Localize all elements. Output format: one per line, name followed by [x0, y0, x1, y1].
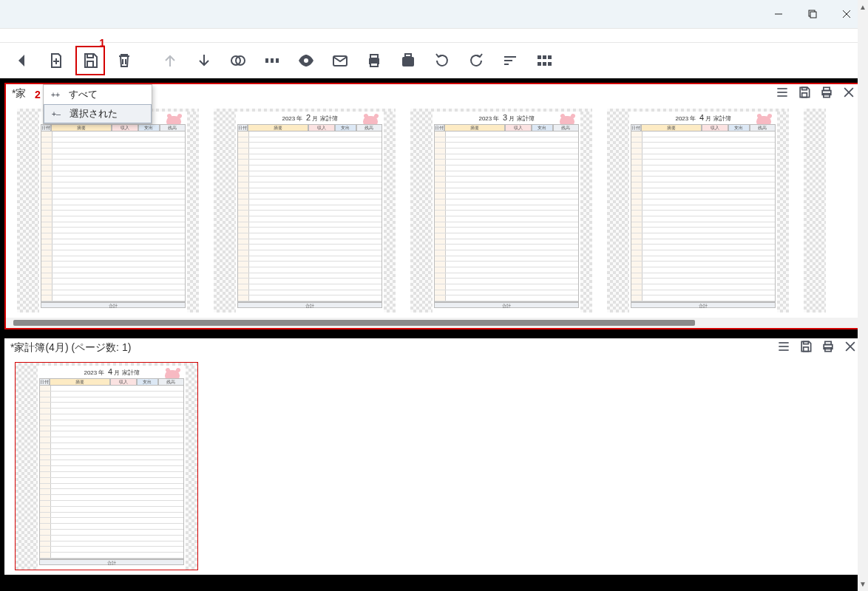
- print-button[interactable]: [359, 46, 389, 75]
- fax-button[interactable]: [393, 46, 423, 75]
- svg-rect-53: [804, 341, 809, 344]
- svg-rect-38: [543, 62, 546, 66]
- document-group-2: *家計簿(4月) (ページ数: 1) 2023 年 4 月 家計簿 日付摘要収入…: [4, 338, 864, 575]
- group-save-button[interactable]: [799, 339, 813, 357]
- group-print-button[interactable]: [821, 339, 835, 357]
- rotate-right-button[interactable]: [461, 46, 491, 75]
- svg-rect-37: [538, 62, 541, 66]
- grid-view-button[interactable]: [529, 46, 559, 75]
- svg-rect-8: [87, 61, 93, 67]
- thumbnail-row: 2023 年 1 月 家計簿 日付摘要収入支出残高 合計 2023 年 2 月 …: [6, 103, 862, 318]
- svg-rect-47: [824, 94, 830, 98]
- page-title: 2023 年 2 月 家計簿: [237, 113, 382, 123]
- document-group-1: ++ すべて 2 +– 選択された *家 ________________ 数:…: [4, 83, 864, 329]
- svg-point-29: [407, 63, 409, 64]
- annotation-1: 1: [99, 37, 105, 49]
- group-actions: [776, 339, 858, 357]
- page-thumbnail[interactable]: 2023 年 4 月 家計簿 日付摘要収入支出残高 合計: [15, 362, 198, 570]
- svg-rect-34: [538, 55, 541, 59]
- menu-bar: [0, 28, 868, 43]
- svg-rect-21: [370, 55, 378, 58]
- mail-button[interactable]: [325, 46, 355, 75]
- group-header: *家計簿(4月) (ページ数: 1): [4, 338, 864, 358]
- content-area: ++ すべて 2 +– 選択された *家 ________________ 数:…: [0, 78, 868, 591]
- svg-point-18: [304, 58, 308, 63]
- svg-rect-2: [810, 12, 816, 18]
- group-close-button[interactable]: [843, 339, 858, 357]
- crop-button[interactable]: [257, 46, 287, 75]
- scroll-down-arrow[interactable]: ▼: [859, 580, 867, 588]
- group-print-button[interactable]: [819, 85, 834, 103]
- preview-button[interactable]: [291, 46, 321, 75]
- group-title: *家計簿(4月) (ページ数: 1): [10, 341, 131, 355]
- group-close-button[interactable]: [841, 85, 856, 103]
- svg-rect-43: [802, 87, 807, 89]
- annotation-2: 2: [35, 89, 41, 100]
- window-minimize-button[interactable]: [762, 3, 796, 25]
- svg-rect-22: [370, 63, 378, 66]
- save-all-icon: ++: [48, 91, 63, 99]
- svg-rect-39: [548, 62, 552, 66]
- svg-rect-7: [87, 54, 93, 58]
- group-menu-button[interactable]: [775, 85, 790, 103]
- window-titlebar: [0, 0, 868, 28]
- page-title: 2023 年 4 月 家計簿: [631, 113, 776, 123]
- dropdown-item-selected[interactable]: 2 +– 選択された: [44, 104, 152, 123]
- window-maximize-button[interactable]: [796, 3, 830, 25]
- page-thumbnail[interactable]: 2023 年 1 月 家計簿 日付摘要収入支出残高 合計: [16, 108, 200, 313]
- vertical-scrollbar[interactable]: ▲ ▼: [858, 78, 868, 591]
- save-dropdown-menu: ++ すべて 2 +– 選択された: [43, 84, 152, 124]
- rotate-left-button[interactable]: [427, 46, 457, 75]
- group-actions: [775, 85, 856, 103]
- svg-rect-16: [271, 58, 274, 63]
- dropdown-item-label: 選択された: [69, 107, 118, 120]
- save-selected-icon: +–: [49, 110, 64, 118]
- back-button[interactable]: [7, 46, 37, 75]
- svg-rect-44: [802, 93, 807, 98]
- svg-point-30: [410, 63, 412, 64]
- new-page-button[interactable]: [41, 46, 71, 75]
- dropdown-item-label: すべて: [69, 88, 98, 101]
- svg-point-26: [407, 60, 409, 61]
- svg-rect-24: [405, 54, 411, 57]
- group-menu-button[interactable]: [776, 339, 791, 357]
- delete-button[interactable]: [109, 46, 139, 75]
- page-thumbnail[interactable]: 2023 年 2 月 家計簿 日付摘要収入支出残高 合計: [213, 108, 396, 313]
- svg-rect-15: [265, 58, 268, 63]
- group-save-button[interactable]: [797, 85, 812, 103]
- page-thumbnail[interactable]: 2023 年 3 月 家計簿 日付摘要収入支出残高 合計: [410, 108, 593, 313]
- move-down-button[interactable]: [189, 46, 219, 75]
- sort-button[interactable]: [495, 46, 525, 75]
- svg-rect-17: [276, 58, 279, 63]
- thumbnail-row: 2023 年 4 月 家計簿 日付摘要収入支出残高 合計: [4, 358, 864, 575]
- svg-rect-56: [825, 341, 831, 344]
- svg-point-27: [410, 60, 412, 61]
- page-title: 2023 年 3 月 家計簿: [434, 113, 579, 123]
- page-thumbnail[interactable]: 2023 年 4 月 家計簿 日付摘要収入支出残高 合計: [606, 108, 790, 313]
- horizontal-scrollbar[interactable]: [6, 318, 862, 328]
- compare-button[interactable]: [223, 46, 253, 75]
- svg-rect-46: [824, 87, 830, 90]
- main-toolbar: 1: [0, 43, 868, 78]
- save-button[interactable]: 1: [75, 46, 105, 75]
- svg-rect-54: [804, 347, 809, 352]
- svg-point-25: [404, 60, 406, 61]
- svg-point-28: [404, 63, 406, 64]
- page-thumbnail[interactable]: [803, 108, 833, 313]
- move-up-button[interactable]: [155, 46, 185, 75]
- page-title: 2023 年 4 月 家計簿: [39, 367, 184, 377]
- svg-rect-35: [543, 55, 546, 59]
- svg-rect-36: [548, 55, 552, 59]
- dropdown-item-all[interactable]: ++ すべて: [44, 85, 152, 104]
